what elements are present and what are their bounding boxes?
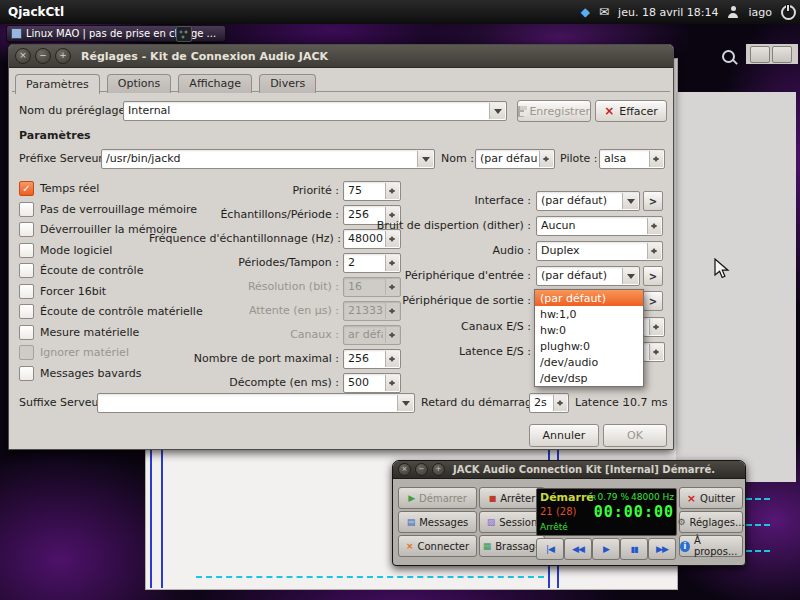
spinner-arrows[interactable] — [539, 151, 553, 167]
checkbox-icon[interactable] — [19, 263, 34, 278]
checkbox-icon[interactable] — [19, 325, 34, 340]
tab-options[interactable]: Options — [107, 74, 171, 93]
interface-label: Interface : — [339, 194, 531, 207]
stop-icon: ■ — [489, 494, 497, 503]
chevron-down-icon[interactable] — [417, 151, 433, 167]
transport-backward-button[interactable]: ◀◀ — [564, 538, 592, 560]
spinner-arrows[interactable] — [649, 344, 663, 360]
checkbox-icon[interactable] — [19, 222, 34, 237]
settings-dialog: × − + Réglages - Kit de Connexion Audio … — [8, 44, 674, 450]
spinner-arrows[interactable] — [553, 395, 567, 411]
quit-button[interactable]: × Quitter — [679, 487, 743, 509]
timeout-spinner[interactable]: 500 — [343, 373, 401, 393]
minimize-icon[interactable]: − — [415, 463, 428, 476]
mail-icon[interactable]: ✉ — [599, 5, 609, 19]
transport-pause-button[interactable]: ▮▮ — [620, 538, 648, 560]
transport-play-button[interactable]: ▶ — [592, 538, 620, 560]
minimize-icon[interactable]: − — [35, 48, 51, 64]
checkbox-ignore-hw[interactable]: Ignorer matériel — [19, 345, 129, 360]
server-prefix-combo[interactable]: /usr/bin/jackd — [101, 149, 435, 169]
spinner-arrows[interactable] — [649, 319, 663, 335]
jack-titlebar[interactable]: × − + JACK Audio Connection Kit [Interna… — [393, 461, 745, 479]
checkbox-verbose[interactable]: Messages bavards — [19, 366, 141, 381]
about-button[interactable]: i À propos... — [679, 535, 743, 557]
channels-label: Canaux : — [149, 328, 339, 341]
checkbox-icon[interactable] — [19, 284, 34, 299]
connect-button[interactable]: × Connecter — [398, 535, 477, 557]
spinner-arrows[interactable] — [647, 243, 661, 259]
maximize-icon[interactable]: + — [432, 463, 445, 476]
checkbox-force16bit[interactable]: Forcer 16bit — [19, 284, 106, 299]
spinner-arrows[interactable] — [385, 375, 399, 391]
dropdown-item[interactable]: hw:1,0 — [535, 306, 643, 322]
checkbox-icon[interactable] — [19, 304, 34, 319]
dropdown-item[interactable]: hw:0 — [535, 322, 643, 338]
io-latency-spinner[interactable] — [643, 342, 665, 362]
setup-button[interactable]: ⚙ Réglages... — [679, 511, 743, 533]
io-channels-spinner[interactable] — [643, 317, 665, 337]
checkbox-temps-reel[interactable]: ✓ Temps réel — [19, 181, 99, 196]
chevron-down-icon[interactable] — [622, 193, 638, 209]
checkbox-icon[interactable] — [19, 243, 34, 258]
output-device-browse-button[interactable]: > — [643, 291, 663, 311]
setup-label: Réglages... — [689, 517, 744, 528]
checkbox-icon[interactable] — [19, 366, 34, 381]
interface-combo[interactable]: (par défaut) — [536, 191, 640, 211]
server-suffix-combo[interactable] — [97, 393, 415, 413]
chevron-down-icon[interactable] — [397, 395, 413, 411]
tray-icon[interactable] — [176, 26, 192, 42]
driver-combo[interactable]: alsa — [599, 149, 665, 169]
chevron-down-icon[interactable] — [489, 103, 505, 119]
dither-combo[interactable]: Aucun — [536, 216, 663, 236]
dropdown-item[interactable]: plughw:0 — [535, 338, 643, 354]
taskbar-window-button[interactable]: Linux MAO | pas de prise en charge ... — [6, 25, 226, 42]
close-icon[interactable]: × — [15, 48, 31, 64]
preset-combo[interactable]: Internal — [123, 101, 507, 121]
spinner-arrows[interactable] — [647, 218, 661, 234]
checkbox-icon[interactable] — [19, 202, 34, 217]
server-name-combo[interactable]: (par défaut) — [475, 149, 555, 169]
start-delay-spinner[interactable]: 2s — [529, 393, 569, 413]
search-icon[interactable] — [722, 50, 735, 63]
transport-forward-button[interactable]: ▶▶ — [648, 538, 676, 560]
power-icon[interactable] — [781, 5, 796, 20]
transport-rewind-button[interactable]: |◀ — [536, 538, 564, 560]
xrun-count: 21 (28) — [540, 506, 576, 517]
checkbox-softmode[interactable]: Mode logiciel — [19, 243, 112, 258]
interface-browse-button[interactable]: > — [643, 191, 663, 211]
close-icon[interactable]: × — [398, 463, 411, 476]
spinner-arrows[interactable] — [649, 151, 663, 167]
jack-window-title: JACK Audio Connection Kit [Internal] Dém… — [453, 464, 715, 475]
input-device-combo[interactable]: (par défaut) — [536, 266, 640, 286]
ok-button[interactable]: OK — [603, 424, 667, 447]
dropdown-item[interactable]: /dev/audio — [535, 354, 643, 370]
messages-button[interactable]: ▤ Messages — [398, 511, 477, 533]
patch-line — [746, 524, 770, 526]
preset-value: Internal — [128, 104, 489, 117]
audio-combo[interactable]: Duplex — [536, 241, 663, 261]
username[interactable]: iago — [748, 6, 772, 19]
dialog-titlebar[interactable]: × − + Réglages - Kit de Connexion Audio … — [9, 45, 673, 68]
indicator-icon[interactable]: ◆ — [581, 5, 590, 19]
clock[interactable]: jeu. 18 avril 18:14 — [618, 6, 718, 19]
dropdown-item[interactable]: /dev/dsp — [535, 370, 643, 386]
background-button[interactable] — [772, 46, 792, 63]
quit-icon: × — [687, 494, 696, 503]
dropdown-item-selected[interactable]: (par défaut) — [535, 290, 643, 306]
tab-divers[interactable]: Divers — [259, 74, 316, 93]
background-button[interactable] — [750, 46, 770, 63]
checkbox-checked-icon[interactable]: ✓ — [19, 181, 34, 196]
tab-parametres[interactable]: Paramètres — [15, 74, 100, 94]
start-delay-value: 2s — [534, 396, 551, 409]
chevron-down-icon[interactable] — [622, 268, 638, 284]
cancel-button[interactable]: Annuler — [529, 424, 599, 447]
checkbox-hw-meter[interactable]: Mesure matérielle — [19, 325, 139, 340]
erase-button[interactable]: × Effacer — [595, 100, 667, 122]
checkbox-monitor[interactable]: Écoute de contrôle — [19, 263, 143, 278]
save-button[interactable]: Enregistrer — [517, 100, 591, 122]
input-device-browse-button[interactable]: > — [643, 266, 663, 286]
elapsed-time: 00:00:00 — [594, 503, 674, 521]
start-button[interactable]: ▶ Démarrer — [398, 487, 477, 509]
maximize-icon[interactable]: + — [55, 48, 71, 64]
tab-affichage[interactable]: Affichage — [178, 74, 252, 93]
